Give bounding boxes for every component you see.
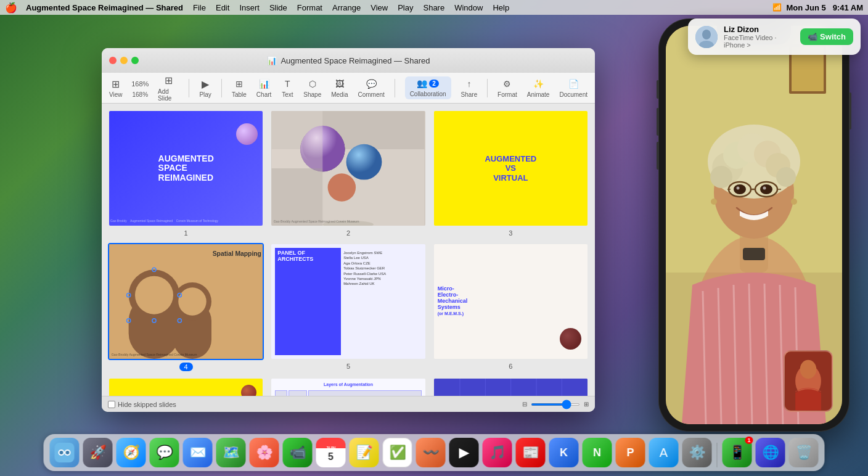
dock-mail[interactable]: ✉️: [183, 438, 213, 467]
svg-rect-12: [272, 168, 323, 226]
iphone-mute-button[interactable]: [657, 80, 659, 99]
dock-facetime[interactable]: 📹: [283, 438, 313, 467]
format-toolbar-btn[interactable]: ⚙ Format: [497, 78, 517, 98]
dock-pages[interactable]: P: [616, 438, 645, 467]
zoom-slider[interactable]: [531, 403, 580, 406]
slide-3-item[interactable]: AugmentedVSVirtual 3: [433, 110, 589, 237]
play-toolbar-btn[interactable]: ▶ Play: [199, 78, 211, 98]
slide-menu[interactable]: Slide: [266, 2, 291, 14]
svg-point-61: [710, 166, 732, 188]
media-toolbar-btn[interactable]: 🖼 Media: [331, 78, 348, 98]
window-title-text: Augmented Space Reimagined — Shared: [280, 56, 430, 65]
minimize-button[interactable]: [120, 57, 128, 64]
dock-facetime-active[interactable]: 📱 1: [723, 438, 752, 467]
dock-photos[interactable]: 🌸: [250, 438, 279, 467]
slide-4-item[interactable]: Spatial Mapping: [108, 243, 264, 371]
dock-appstore[interactable]: A: [649, 438, 679, 467]
facetime-subtitle: FaceTime Video · iPhone >: [724, 34, 794, 49]
svg-point-10: [328, 173, 356, 201]
slide-5-number: 5: [346, 363, 350, 370]
animate-toolbar-btn[interactable]: ✨ Animate: [527, 78, 550, 98]
dock-keynote[interactable]: K: [549, 438, 579, 467]
chart-label: Chart: [256, 91, 271, 98]
wifi-icon: 📶: [772, 3, 782, 12]
view-label: View: [109, 91, 123, 98]
edit-menu[interactable]: Edit: [212, 2, 233, 14]
arrange-menu[interactable]: Arrange: [329, 2, 364, 14]
table-toolbar-btn[interactable]: ⊞ Table: [232, 78, 247, 98]
comment-toolbar-btn[interactable]: 💬 Comment: [358, 78, 384, 98]
slide-1-item[interactable]: AUGMENTEDSPACEREIMAGINED Gao Broddy Augm…: [108, 110, 264, 237]
iphone-side-button[interactable]: [849, 92, 851, 129]
dock-notes[interactable]: 📝: [350, 438, 379, 467]
facetime-badge: 1: [745, 437, 753, 444]
dock-maps[interactable]: 🗺️: [216, 438, 246, 467]
slide-5-item[interactable]: PANEL OFARCHITECTS Jocelyn Engstrom SWE …: [270, 243, 426, 371]
dock-calendar[interactable]: JUN 5: [316, 438, 346, 467]
slide-4-number-badge: 4: [179, 363, 193, 371]
dock-screentime[interactable]: 🌐: [756, 438, 785, 467]
slide-7-item[interactable]: AUGO 7: [108, 377, 264, 396]
close-button[interactable]: [109, 57, 117, 64]
document-label: Document: [559, 91, 588, 98]
dock-messages[interactable]: 💬: [150, 438, 179, 467]
svg-point-80: [60, 451, 63, 454]
svg-point-81: [66, 451, 70, 454]
slide-5-right-text: Jocelyn Engstrom SWE Stella Lee USA Aga …: [341, 248, 388, 355]
add-slide-toolbar-btn[interactable]: ⊞ Add Slide: [158, 75, 179, 102]
dock-freeform[interactable]: 〰️: [416, 438, 446, 467]
shape-toolbar-btn[interactable]: ⬡ Shape: [303, 78, 321, 98]
view-toolbar-btn[interactable]: ⊞ View: [109, 78, 123, 98]
chart-toolbar-btn[interactable]: 📊 Chart: [256, 78, 271, 98]
share-menu[interactable]: Share: [419, 2, 448, 14]
pip-thumbnail: [784, 350, 833, 412]
dock-news[interactable]: 📰: [516, 438, 546, 467]
hide-skipped-checkbox[interactable]: [108, 401, 115, 408]
slide-1-text: AUGMENTEDSPACEREIMAGINED: [154, 149, 219, 187]
add-slide-label: Add Slide: [158, 88, 179, 102]
zoom-toolbar-btn[interactable]: 168% 168%: [133, 78, 149, 98]
datetime: Mon Jun 5 9:41 AM: [787, 3, 863, 12]
dock-numbers[interactable]: N: [583, 438, 612, 467]
window-menu[interactable]: Window: [451, 2, 486, 14]
dock-trash[interactable]: 🗑️: [789, 438, 819, 467]
dock-reminders[interactable]: ✅: [383, 438, 412, 467]
app-name-menu[interactable]: Augmented Space Reimagined — Shared: [22, 2, 187, 14]
svg-text:Gao Broddy     Augmented Space: Gao Broddy Augmented Space Reimagined Co…: [274, 220, 359, 223]
dock-music[interactable]: 🎵: [483, 438, 512, 467]
slide-8-item[interactable]: Layers of Augmentation 8: [270, 377, 426, 396]
iphone-volume-down-button[interactable]: [657, 142, 659, 170]
facetime-switch-button[interactable]: 📹 Switch: [800, 28, 853, 45]
hide-skipped-checkbox-area[interactable]: Hide skipped slides: [108, 401, 176, 408]
slide-9-item[interactable]: PHYSICAL AUGMENTED VIRTUAL 9: [433, 377, 589, 396]
facetime-notification: Liz Dizon FaceTime Video · iPhone > 📹 Sw…: [688, 18, 861, 55]
iphone-volume-up-button[interactable]: [657, 108, 659, 136]
slides-grid: AUGMENTEDSPACEREIMAGINED Gao Broddy Augm…: [102, 104, 595, 396]
iphone-screen: [666, 26, 842, 424]
insert-menu[interactable]: Insert: [235, 2, 263, 14]
svg-point-73: [791, 199, 797, 205]
document-toolbar-btn[interactable]: 📄 Document: [559, 78, 588, 98]
help-menu[interactable]: Help: [489, 2, 513, 14]
dock-launchpad[interactable]: 🚀: [83, 438, 113, 467]
collaboration-toolbar-btn[interactable]: 👥 2 Collaboration: [405, 76, 451, 99]
dock-system-preferences[interactable]: ⚙️: [682, 438, 712, 467]
dock-finder[interactable]: [50, 438, 80, 467]
maximize-button[interactable]: [131, 57, 139, 64]
text-toolbar-btn[interactable]: T Text: [281, 78, 293, 98]
dock-appletv[interactable]: ▶: [449, 438, 479, 467]
play-menu[interactable]: Play: [394, 2, 417, 14]
share-toolbar-btn[interactable]: ↑ Share: [461, 78, 478, 98]
text-label: Text: [282, 91, 293, 98]
svg-text:Gao Broddy     Augmented Space: Gao Broddy Augmented Space Reimagined Co…: [112, 353, 197, 356]
window-toolbar: ⊞ View 168% 168% ⊞ Add Slide ▶ Play ⊞ Ta…: [102, 73, 595, 104]
file-menu[interactable]: File: [189, 2, 210, 14]
apple-menu[interactable]: 🍎: [5, 2, 17, 14]
slide-2-item[interactable]: Gao Broddy Augmented Space Reimagined Co…: [270, 110, 426, 237]
format-menu[interactable]: Format: [293, 2, 326, 14]
zoom-slider-min: ⊟: [522, 401, 527, 408]
view-menu[interactable]: View: [367, 2, 391, 14]
dock-safari[interactable]: 🧭: [117, 438, 146, 467]
slide-6-item[interactable]: Micro-Electro-MechanicalSystems(or M.E.M…: [433, 243, 589, 371]
facetime-video-screen: [666, 26, 842, 424]
